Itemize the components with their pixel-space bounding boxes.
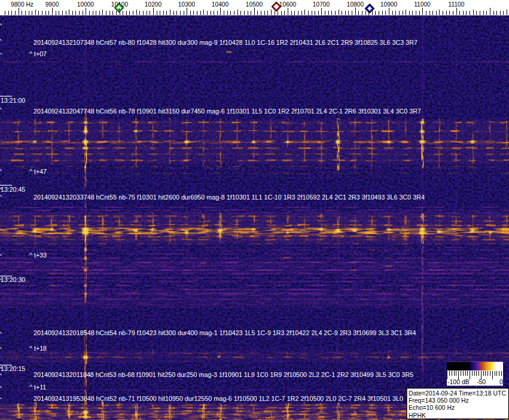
svg-text:20140924132047748 hCnt56 nb-78: 20140924132047748 hCnt56 nb-78 f10901 hi… — [33, 108, 421, 115]
svg-text:11100: 11100 — [449, 1, 465, 8]
svg-text:9900: 9900 — [45, 1, 59, 8]
svg-text:10700: 10700 — [313, 1, 330, 8]
svg-text:-50: -50 — [477, 378, 486, 385]
svg-text:10500: 10500 — [246, 1, 263, 8]
svg-text:11000: 11000 — [414, 1, 431, 8]
svg-text:t+07: t+07 — [34, 50, 47, 57]
svg-text:20140924132018548 hCnt54 nb-79: 20140924132018548 hCnt54 nb-79 f10423 hi… — [33, 329, 416, 336]
svg-text:t+11: t+11 — [34, 384, 46, 391]
svg-text:10300: 10300 — [178, 1, 196, 8]
svg-text:^: ^ — [29, 345, 32, 352]
svg-text:^: ^ — [29, 50, 32, 57]
svg-text:Echo=10 600 Hz: Echo=10 600 Hz — [409, 404, 455, 411]
svg-text:Date=2014-09-24 Time=13:18 UTC: Date=2014-09-24 Time=13:18 UTC — [409, 390, 506, 397]
svg-text:10000: 10000 — [77, 1, 95, 8]
svg-text:-100 dB: -100 dB — [447, 378, 470, 385]
svg-text:HPHK: HPHK — [409, 412, 426, 419]
svg-text:^: ^ — [29, 384, 32, 391]
svg-text:13:20:30: 13:20:30 — [1, 276, 25, 283]
svg-text:10400: 10400 — [212, 1, 229, 8]
svg-text:13:20:45: 13:20:45 — [1, 186, 25, 193]
svg-text:10600: 10600 — [279, 1, 297, 8]
svg-text:10200: 10200 — [145, 1, 162, 8]
svg-text:t+33: t+33 — [34, 252, 47, 259]
svg-text:20140924132033748 hCnt55 nb-75: 20140924132033748 hCnt55 nb-75 f10301 hi… — [33, 194, 425, 201]
svg-text:9800 Hz: 9800 Hz — [11, 1, 33, 8]
svg-text:10800: 10800 — [347, 1, 364, 8]
svg-text:13:20:15: 13:20:15 — [1, 365, 25, 372]
svg-text:20140924132107348 hCnt57 nb-80: 20140924132107348 hCnt57 nb-80 f10428 hi… — [33, 39, 417, 46]
svg-text:0: 0 — [499, 378, 503, 385]
svg-text:13:21:00: 13:21:00 — [1, 97, 25, 104]
svg-text:20140924132011848 hCnt53 nb-68: 20140924132011848 hCnt53 nb-68 f10901 hi… — [33, 371, 413, 378]
svg-text:t+47: t+47 — [34, 168, 47, 175]
svg-text:t+18: t+18 — [34, 345, 47, 352]
svg-text:^: ^ — [29, 168, 32, 175]
svg-text:10900: 10900 — [380, 1, 398, 8]
svg-text:Freq=143 050 000 Hz: Freq=143 050 000 Hz — [409, 397, 469, 404]
svg-text:^: ^ — [29, 252, 32, 259]
svg-text:20140924131953848 hCnt52 nb-71: 20140924131953848 hCnt52 nb-71 f10500 hi… — [33, 395, 403, 402]
